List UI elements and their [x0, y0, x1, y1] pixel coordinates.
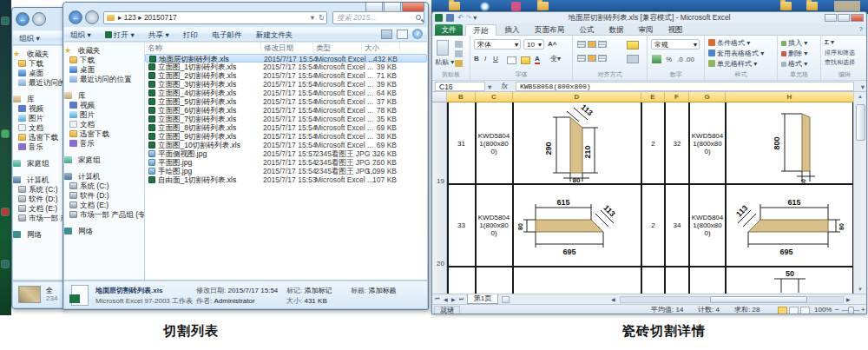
percent-icon[interactable]: % — [666, 56, 672, 64]
forward-button[interactable]: → — [32, 12, 46, 26]
sidebar-disk-e[interactable]: 文档 (E:) — [13, 204, 64, 214]
sidebar-recent[interactable]: 最近访问的位置 — [13, 78, 64, 88]
cell-E20[interactable]: 2 — [642, 185, 664, 265]
column-header-F[interactable]: F — [665, 92, 689, 102]
back-button[interactable]: ← — [69, 10, 82, 24]
font-color-icon[interactable]: A — [535, 55, 540, 64]
cell-C19[interactable]: KWD58041(800x800) — [477, 103, 511, 183]
cell-F20[interactable]: 34 — [666, 185, 688, 265]
vertical-scrollbar[interactable]: ▲ ▼ — [853, 92, 866, 294]
organize-menu[interactable]: 组织 ▾ — [64, 28, 97, 42]
first-sheet-icon[interactable]: ⏮ — [435, 296, 439, 302]
sidebar-documents[interactable]: 文档 — [64, 120, 144, 129]
column-header-type[interactable]: 类型 — [313, 43, 362, 53]
sidebar-favorites[interactable]: ★收藏夹 — [13, 50, 64, 59]
underline-button[interactable]: U — [493, 55, 498, 63]
sidebar-pictures[interactable]: 图片 — [13, 114, 64, 123]
share-menu[interactable]: 共享 ▾ — [142, 28, 175, 42]
currency-icon[interactable] — [652, 55, 661, 63]
sidebar-desktop[interactable]: 桌面 — [13, 69, 64, 78]
address-dropdown-icon[interactable]: ▾ — [311, 12, 314, 23]
sidebar-network[interactable]: 网络 — [64, 227, 144, 236]
redo-icon[interactable]: ↷ — [465, 14, 471, 22]
file-row[interactable]: 立面图_2切割砖列表.xls2015/7/17 15:54Microsoft E… — [145, 71, 427, 80]
file-row[interactable]: 立面图_4切割砖列表.xls2015/7/17 15:54Microsoft E… — [145, 89, 427, 97]
sidebar-libraries[interactable]: 库 — [64, 91, 144, 101]
file-row[interactable]: 立面图_1切割砖列表.xls2015/7/17 15:54Microsoft E… — [145, 63, 427, 71]
sheet-grid[interactable]: B C D E F G H 19 20 31 KWD58041(800x800) — [432, 92, 866, 294]
sidebar-disk-e[interactable]: 文档 (E:) — [64, 201, 144, 210]
next-sheet-icon[interactable]: ▶ — [451, 296, 456, 302]
desktop-icon[interactable] — [2, 17, 9, 24]
search-input[interactable]: 搜索 2015... — [332, 11, 424, 24]
file-row[interactable]: 立面图_8切割砖列表.xls2015/7/17 15:54Microsoft E… — [145, 123, 427, 132]
hscroll-left-icon[interactable]: ◀ — [611, 296, 615, 302]
sidebar-thunder[interactable]: 迅雷下载 — [13, 133, 64, 142]
sidebar-videos[interactable]: 视频 — [64, 101, 144, 110]
number-format-select[interactable]: 常规 ▾ — [651, 39, 700, 50]
sidebar-computer[interactable]: 计算机 — [13, 175, 64, 185]
cell-styles-button[interactable]: 单元格样式 ▾ — [708, 60, 757, 69]
sidebar-desktop[interactable]: 桌面 — [64, 65, 144, 75]
save-icon[interactable] — [446, 14, 454, 22]
insert-sheet-icon[interactable] — [502, 296, 510, 303]
sidebar-music[interactable]: 音乐 — [13, 142, 64, 152]
file-row[interactable]: 平面侧视图.jpg2015/7/17 15:572345看图王 JPG ...3… — [145, 149, 427, 158]
tab-view[interactable]: 视图 — [661, 24, 689, 36]
tab-file[interactable]: 文件 — [435, 24, 463, 36]
phonetic-icon[interactable]: 变▾ — [550, 55, 561, 63]
back-button[interactable]: ← — [16, 12, 30, 26]
normal-view-icon[interactable] — [778, 307, 787, 314]
name-box-dropdown-icon[interactable]: ▾ — [488, 83, 491, 91]
sidebar-disk-f[interactable]: 市场一部 产品组 (专用) — [13, 214, 64, 223]
desktop-icon[interactable] — [2, 130, 9, 137]
column-header-size[interactable]: 大小 — [362, 43, 400, 53]
sheet-tab[interactable]: 第1页 — [467, 294, 498, 304]
excel-window[interactable]: 地面层切割砖列表.xls [兼容模式] - Microsoft Excel ↶ … — [431, 11, 867, 314]
print-button[interactable]: 打印 — [177, 28, 204, 42]
sidebar-libraries[interactable]: 库 — [13, 95, 64, 104]
desktop-folder-icon[interactable] — [449, 2, 460, 10]
paste-icon[interactable] — [437, 40, 449, 56]
scroll-up-icon[interactable]: ▲ — [854, 94, 866, 99]
undo-icon[interactable]: ↶ — [457, 14, 464, 22]
scroll-down-icon[interactable]: ▼ — [854, 287, 866, 292]
organize-menu[interactable]: 组织 ▾ — [13, 31, 46, 45]
file-row[interactable]: 立面图_7切割砖列表.xls2015/7/17 15:54Microsoft E… — [145, 115, 427, 123]
select-all-corner[interactable] — [432, 92, 447, 102]
cell-G19[interactable]: KWD58041(800x800) — [690, 103, 725, 183]
last-sheet-icon[interactable]: ⏭ — [459, 296, 464, 302]
breadcrumb-folder[interactable]: 20150717 — [144, 13, 177, 22]
file-row[interactable]: 平面图.jpg2015/7/17 15:542345看图王 JPG ...760… — [145, 158, 427, 167]
autosum-button[interactable]: Σ ▾ — [825, 38, 834, 47]
sidebar-music[interactable]: 音乐 — [64, 139, 144, 149]
file-row[interactable]: 立面图_5切割砖列表.xls2015/7/17 15:54Microsoft E… — [145, 97, 427, 106]
maximize-button[interactable] — [838, 14, 850, 22]
column-header-date[interactable]: 修改日期 — [261, 43, 313, 53]
font-name-select[interactable]: 宋体 ▾ — [474, 39, 521, 50]
fill-color-icon[interactable] — [521, 56, 530, 64]
borders-icon[interactable] — [507, 56, 516, 64]
horizontal-scroll-thumb[interactable] — [710, 296, 807, 303]
hscroll-right-icon[interactable]: ▶ — [846, 296, 851, 302]
explorer-window[interactable]: ← → ▸ 123 ▸ 20150717 ▾ ↻ 搜索 2015... 组织 ▾… — [62, 2, 429, 310]
address-bar[interactable]: ▸ 123 ▸ 20150717 ▾ ↻ — [103, 11, 327, 24]
desktop-folder-icon[interactable] — [806, 2, 818, 10]
row-header-19[interactable]: 19 — [432, 102, 447, 184]
sidebar-homegroup[interactable]: 家庭组 — [13, 159, 64, 168]
sidebar-thunder[interactable]: 迅雷下载 — [64, 129, 144, 139]
format-as-table-button[interactable]: 套用表格格式 ▾ — [708, 50, 764, 58]
minimize-button[interactable] — [825, 14, 837, 22]
sidebar-disk-d[interactable]: 软件 (D:) — [64, 191, 144, 201]
sidebar-network[interactable]: 网络 — [13, 230, 64, 240]
file-row[interactable]: 自由面_1切割砖列表.xls2015/7/17 15:53Microsoft E… — [145, 175, 427, 184]
column-header-E[interactable]: E — [641, 92, 665, 102]
page-layout-view-icon[interactable] — [789, 307, 799, 314]
column-header-name[interactable]: 名称 — [145, 43, 261, 53]
help-icon[interactable]: ? — [412, 29, 423, 39]
tab-formulas[interactable]: 公式 — [573, 24, 601, 36]
desktop-browser-icon[interactable] — [480, 2, 490, 11]
find-select-button[interactable]: 查找和选择 — [825, 58, 855, 67]
merge-center-icon[interactable] — [627, 55, 639, 63]
qat-dropdown-icon[interactable]: ▾ — [473, 14, 477, 22]
